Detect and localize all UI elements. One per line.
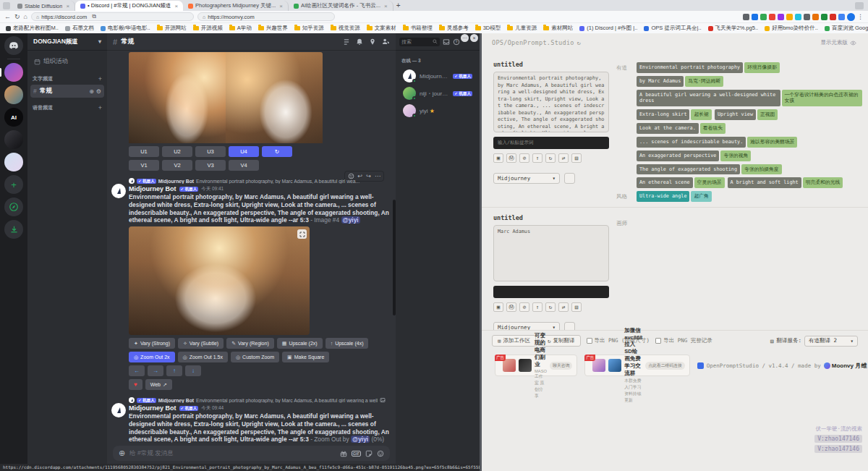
prompt-paste-input[interactable]: 输入/粘贴提示词 — [493, 137, 609, 149]
prompt-tag[interactable]: Look at the camera.看着镜头 — [637, 123, 726, 134]
prompt-tool-button[interactable]: ⇄ — [558, 302, 569, 312]
notifications-bell-icon[interactable] — [356, 38, 363, 46]
heart-reaction-button[interactable]: ♥ — [129, 379, 142, 390]
member-list-icon[interactable] — [382, 38, 390, 46]
bookmark-item[interactable]: 好用bmo染特价什.. — [765, 25, 818, 32]
bookmark-item[interactable]: 文案素材 — [367, 25, 396, 32]
search-input[interactable]: 搜索 — [399, 38, 440, 46]
action-vary-strong-[interactable]: ✦Vary (Strong) — [129, 338, 175, 349]
pinned-messages-icon[interactable] — [369, 38, 376, 46]
upscale-button-u3[interactable]: U3 — [195, 146, 226, 157]
browser-tab[interactable]: Stable Diffusion× — [12, 1, 75, 11]
grid-image-left[interactable] — [129, 52, 226, 143]
ops-refresh-icon[interactable]: ↻ — [577, 39, 581, 46]
extension-icon[interactable] — [760, 14, 767, 20]
prompt-tool-button[interactable]: Ⓜ — [506, 302, 516, 312]
variation-button-v1[interactable]: V1 — [129, 160, 159, 171]
member-row[interactable]: Midjourney Bot✓ 机器人 — [399, 67, 477, 85]
result-image[interactable] — [129, 226, 310, 335]
prompt-tool-button[interactable]: ⇄ — [558, 153, 569, 163]
message-input[interactable]: ⊕ 给 #常规 发消息 GIF — [113, 446, 390, 461]
variation-button-v4[interactable]: V4 — [229, 160, 259, 171]
channel-item-general[interactable]: # 常规 ⊕⚙ — [30, 85, 104, 98]
bookmark-item[interactable]: 书籍整理 — [403, 25, 433, 32]
split-screen-icon[interactable]: ⧉ — [92, 13, 96, 20]
author-name[interactable]: Midjourney Bot — [129, 185, 176, 192]
bookmark-item[interactable]: 知乎资源 — [294, 25, 324, 32]
browser-menu-icon[interactable]: ⋮ — [857, 13, 864, 20]
extension-icon[interactable] — [752, 14, 758, 20]
add-voice-channel-icon[interactable]: + — [98, 104, 102, 111]
prompt-tool-button[interactable]: ▤ — [571, 153, 582, 163]
variation-button-v3[interactable]: V3 — [195, 160, 226, 171]
engine-select[interactable]: Midjourney ▾ — [493, 173, 560, 184]
view-toggle[interactable]: 显示元素版 — [821, 39, 857, 46]
extension-icon[interactable] — [778, 14, 784, 20]
variation-button-v2[interactable]: V2 — [162, 160, 192, 171]
extension-icon[interactable] — [795, 14, 801, 20]
ad-button[interactable]: 聊天咨询 — [550, 362, 572, 370]
browser-tab[interactable]: Photographers Midjourney 关键...× — [183, 1, 289, 11]
prompt-tag[interactable]: Ultra-wide angle超广角 — [637, 191, 712, 202]
upscale-button-u2[interactable]: U2 — [162, 146, 192, 157]
inbox-icon[interactable] — [443, 38, 450, 46]
ad-button[interactable]: 点此看二维码连接 — [645, 362, 684, 370]
explore-servers-button[interactable] — [4, 198, 23, 216]
gift-icon[interactable] — [340, 450, 347, 457]
export-png-checkbox-2[interactable]: 导出 PNG 完整记录 — [655, 337, 712, 344]
prompt-tool-button[interactable]: ⊘ — [519, 153, 529, 163]
expand-image-button[interactable] — [297, 229, 307, 239]
prompt-tag[interactable]: Extra-long skirt超长裙 — [637, 109, 712, 120]
action-make-square[interactable]: ▣Make Square — [282, 352, 329, 362]
prompt-tool-button[interactable]: ⊘ — [519, 302, 529, 312]
bookmark-item[interactable]: OPS 提示词工具全|.. — [644, 25, 701, 32]
bookmark-item[interactable]: 电影般/华语电影.. — [101, 25, 150, 32]
url-input-right[interactable]: ⌂ https://moonvy.com — [197, 12, 335, 21]
emoji-icon[interactable] — [377, 450, 384, 457]
action-custom-zoom[interactable]: ◎Custom Zoom — [231, 352, 279, 362]
translation-service-select[interactable]: 有道翻译 2▾ — [804, 336, 858, 347]
bookmark-item[interactable]: 飞天美学2%.pg5.. — [708, 25, 759, 32]
bookmark-item[interactable]: 石墨文档 — [65, 25, 94, 32]
upscale-button-u4[interactable]: U4 — [229, 146, 259, 157]
extension-icon[interactable] — [838, 14, 845, 20]
prompt-tag[interactable]: Environmental portrait photography环境肖像摄影 — [637, 62, 780, 73]
bot-avatar[interactable] — [111, 184, 126, 198]
discord-home-button[interactable] — [4, 36, 23, 55]
browser-profile-avatar[interactable] — [847, 13, 855, 21]
prompt-tag[interactable]: by Marc Adamus马克·阿达姆斯 — [637, 76, 723, 87]
window-controls-icon[interactable] — [855, 2, 864, 9]
prompt-tool-button[interactable]: ↻ — [545, 302, 556, 312]
pan-button[interactable]: ↓ — [185, 365, 201, 376]
bookmark-item[interactable]: (1) Discord | #作图 |.. — [579, 25, 637, 32]
engine-extra-button[interactable] — [564, 173, 575, 184]
server-icon-1[interactable] — [4, 63, 23, 82]
pane-close-button[interactable]: × — [470, 34, 478, 42]
pan-button[interactable]: ← — [129, 365, 145, 376]
action-upscale-2x-[interactable]: ▦Upscale (2x) — [277, 338, 323, 349]
bookmark-item[interactable]: 儿童资源 — [507, 25, 537, 32]
extension-icon[interactable] — [743, 14, 749, 20]
download-app-button[interactable] — [4, 220, 23, 239]
bookmark-item[interactable]: 素材网站 — [543, 25, 573, 32]
pane-more-button[interactable]: ⋯ — [461, 34, 469, 42]
prompt-tool-button[interactable]: ▣ — [493, 302, 503, 312]
voice-channels-section[interactable]: 语音频道 + — [27, 98, 107, 113]
text-channels-section[interactable]: 文字频道 + — [27, 69, 107, 84]
bookmark-item[interactable]: 百度浏览 Google.. — [825, 25, 868, 32]
action-zoom-out-1-5x[interactable]: ◎Zoom Out 1.5x — [178, 352, 228, 362]
server-header[interactable]: DONGJIAN频道 ▾ — [27, 33, 107, 51]
reply-reference[interactable]: ✓ 机器人 Midjourney Bot Environmental portr… — [129, 178, 390, 184]
member-row[interactable]: niji・journey …✓ 机器人 — [399, 85, 477, 102]
prompt-title[interactable]: untitled — [493, 61, 609, 68]
extension-icon[interactable] — [786, 14, 793, 20]
prompt-textarea[interactable]: Marc Adamus — [493, 225, 609, 281]
browser-tab[interactable]: AI绘画社区关键词名作 - 飞书云...× — [289, 1, 393, 11]
attach-plus-icon[interactable]: ⊕ — [119, 449, 125, 458]
help-icon[interactable]: ? — [453, 38, 460, 46]
bookmark-item[interactable]: 3D模型 — [475, 25, 501, 32]
window-profile-icon[interactable] — [3, 2, 10, 9]
member-row[interactable]: yiyi ★ — [399, 102, 477, 119]
copy-translation-button[interactable]: ↻复制翻译 — [542, 335, 581, 347]
bot-avatar[interactable] — [111, 403, 126, 417]
